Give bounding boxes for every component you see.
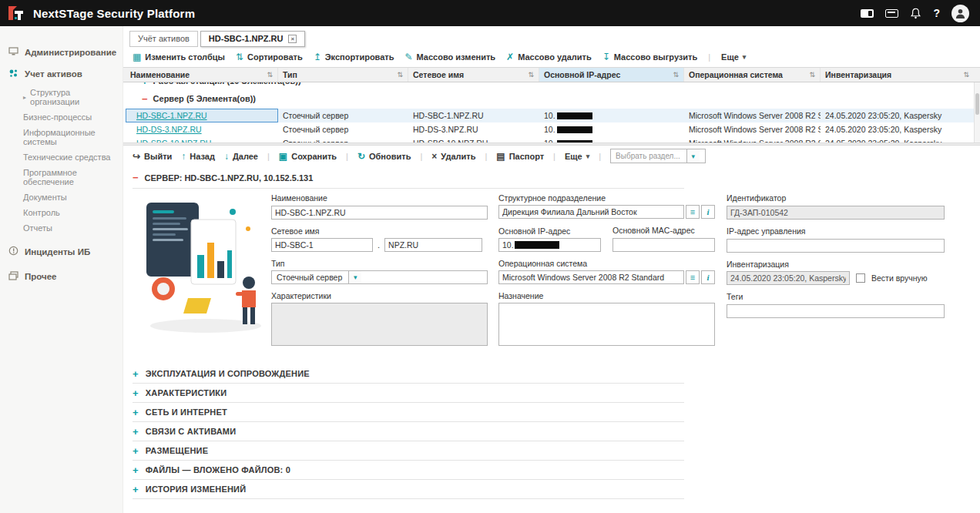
expand-group-icon[interactable]: + [142,82,148,87]
column-header-inventory[interactable]: Инвентаризация ⇅ [821,68,974,82]
sidebar-subitem-technical-means[interactable]: Технические средства [0,149,123,165]
sort-button[interactable]: ⇅ Сортировать [236,52,303,62]
mac-input[interactable] [612,238,715,252]
passport-button[interactable]: ▤ Паспорт [496,151,544,162]
sidebar-subitem-software[interactable]: Программное обеспечение [0,165,123,189]
group-row-workstation[interactable]: + Рабочая станция (10 Элемента(ов)) [126,82,980,89]
unit-input[interactable] [498,205,684,219]
close-tab-icon[interactable]: × [288,35,297,43]
table-row[interactable]: HD-DS-3.NPZ.RU Стоечный сервер HD-DS-3.N… [126,122,980,136]
expand-section-icon[interactable]: + [133,445,139,457]
expand-arrow-icon: ▸ [23,94,26,101]
column-label: Сетевое имя [413,70,464,79]
sidebar-subitem-business-processes[interactable]: Бизнес-процессы [0,109,123,125]
refresh-button[interactable]: ↻ Обновить [357,151,411,162]
expand-section-icon[interactable]: + [133,426,139,438]
sidebar-item-incidents[interactable]: Инциденты ИБ [0,240,123,263]
button-label: Массово выгрузить [614,52,697,62]
tab-hd-sbc-1[interactable]: HD-SBC-1.NPZ.RU × [200,31,306,47]
info-icon[interactable]: i [701,205,715,219]
expand-section-icon[interactable]: + [133,407,139,418]
sidebar-item-misc[interactable]: Прочее [0,266,123,287]
mass-delete-button[interactable]: ✗ Массово удалить [506,52,592,62]
exit-button[interactable]: ↪ Выйти [133,151,172,162]
section-operation[interactable]: + ЭКСПЛУАТАЦИЯ И СОПРОВОЖДЕНИЕ [133,364,684,384]
section-placement[interactable]: + РАЗМЕЩЕНИЕ [133,441,684,461]
sort-arrows-icon: ⇅ [809,71,815,79]
section-network[interactable]: + СЕТЬ И ИНТЕРНЕТ [133,403,684,422]
sidebar-subitem-org-structure[interactable]: ▸ Структура организации [0,85,123,109]
specs-label: Характеристики [271,291,488,300]
export-button[interactable]: ↥ Экспортировать [314,52,394,62]
save-button[interactable]: ▣ Сохранить [279,151,337,162]
sidebar-item-administration[interactable]: Администрирование [0,42,123,63]
asset-link[interactable]: HD-SBC-10.NPZ.RU [136,139,211,142]
reference-lookup-icon[interactable]: ≡ [686,205,700,219]
redacted-text [557,126,592,133]
unit-label: Структурное подразделение [498,193,715,203]
ip-input[interactable]: 10. [498,238,601,252]
more-button[interactable]: Еще ▾ [721,52,746,62]
column-header-ip[interactable]: Основной IP-адрес ⇅ [539,68,684,82]
tags-input[interactable] [727,304,945,318]
column-header-name[interactable]: Наименование ⇅ [126,68,278,82]
column-header-type[interactable]: Тип ⇅ [278,68,408,82]
table-scrollbar[interactable] [974,82,980,142]
purpose-textarea[interactable] [498,303,715,346]
tab-asset-accounting[interactable]: Учёт активов [129,31,198,47]
mass-unload-button[interactable]: ↧ Массово выгрузить [602,52,698,62]
section-files[interactable]: + ФАЙЛЫ — ВЛОЖЕНО ФАЙЛОВ: 0 [133,461,684,480]
sidebar-subitem-documents[interactable]: Документы [0,189,123,205]
collapse-section-icon[interactable]: − [133,172,139,183]
delete-button[interactable]: × Удалить [431,151,475,162]
group-row-server[interactable]: − Сервер (5 Элемента(ов)) [126,89,980,109]
notifications-bell-icon[interactable] [910,8,921,19]
netname-domain-input[interactable] [384,238,482,252]
collapse-group-icon[interactable]: − [142,93,148,105]
sidebar-item-assets[interactable]: Учет активов [0,63,123,85]
previous-record-button[interactable]: ↑ Назад [181,151,215,162]
inventory-input [727,271,850,285]
sidebar-subitem-information-systems[interactable]: Информационные системы [0,125,123,149]
detail-header[interactable]: − СЕРВЕР: HD-SBC-1.NPZ.RU, 10.152.5.131 [133,172,684,183]
refresh-icon: ↻ [357,151,365,162]
card-view-icon[interactable] [861,9,874,18]
manual-inventory-checkbox[interactable] [856,273,865,283]
more-button[interactable]: Еще ▾ [565,152,589,161]
table-row[interactable]: HD-SBC-1.NPZ.RU Стоечный сервер HD-SBC-1… [126,109,980,122]
reference-lookup-icon[interactable]: ≡ [686,270,700,284]
section-characteristics[interactable]: + ХАРАКТЕРИСТИКИ [133,384,684,403]
section-select[interactable]: Выбрать раздел... ▾ [610,149,706,163]
os-input[interactable] [498,270,684,284]
monitor-icon[interactable] [885,9,898,18]
sidebar-subitem-reports[interactable]: Отчеты [0,220,123,236]
asset-link[interactable]: HD-DS-3.NPZ.RU [136,125,202,134]
form-column-1: Наименование Сетевое имя . Тип Стоечный … [271,193,488,356]
detail-header-wrap: − СЕРВЕР: HD-SBC-1.NPZ.RU, 10.152.5.131 [133,166,684,189]
sidebar-subitem-label: Программное обеспечение [23,168,115,186]
expand-section-icon[interactable]: + [133,387,139,399]
asset-form: Наименование Сетевое имя . Тип Стоечный … [123,193,980,357]
help-icon[interactable]: ? [933,7,940,19]
expand-section-icon[interactable]: + [133,484,139,495]
type-select[interactable]: Стоечный сервер ▾ [271,270,488,284]
mass-edit-button[interactable]: ✎ Массово изменить [404,52,495,62]
expand-section-icon[interactable]: + [133,464,139,476]
netname-host-input[interactable] [271,238,373,252]
mgmt-ip-input[interactable] [727,239,945,253]
asset-link[interactable]: HD-SBC-1.NPZ.RU [136,111,207,120]
table-row[interactable]: HD-SBC-10.NPZ.RU Стоечный сервер HD-SBC-… [126,136,980,142]
column-header-netname[interactable]: Сетевое имя ⇅ [408,68,539,82]
section-history[interactable]: + ИСТОРИЯ ИЗМЕНЕНИЙ [133,480,684,499]
column-header-os[interactable]: Операционная система ⇅ [684,68,821,82]
user-avatar[interactable] [951,5,969,22]
section-asset-links[interactable]: + СВЯЗИ С АКТИВАМИ [133,422,684,441]
name-input[interactable] [271,206,488,220]
sidebar-subitem-control[interactable]: Контроль [0,205,123,220]
scrollbar-thumb[interactable] [975,93,979,115]
next-record-button[interactable]: ↓ Далее [224,151,258,162]
button-label: Сохранить [291,152,337,161]
expand-section-icon[interactable]: + [133,368,139,380]
info-icon[interactable]: i [701,270,715,284]
edit-columns-button[interactable]: ▦ Изменить столбцы [133,52,225,62]
